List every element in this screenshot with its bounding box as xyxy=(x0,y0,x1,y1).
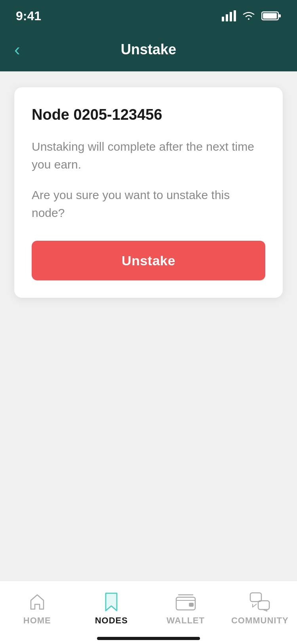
tab-community-label: COMMUNITY xyxy=(231,615,289,626)
status-icons xyxy=(222,10,281,21)
svg-rect-2 xyxy=(230,12,232,21)
tab-home[interactable]: HOME xyxy=(0,592,74,626)
header: ‹ Unstake xyxy=(0,32,297,71)
community-icon xyxy=(249,592,270,612)
svg-rect-8 xyxy=(189,603,194,607)
wifi-icon xyxy=(242,10,256,21)
battery-icon xyxy=(261,11,281,21)
tab-nodes[interactable]: NODES xyxy=(74,592,149,626)
unstake-button[interactable]: Unstake xyxy=(32,241,265,280)
tab-bar: HOME NODES WALLET xyxy=(0,581,297,644)
header-title: Unstake xyxy=(121,41,176,58)
svg-rect-5 xyxy=(279,14,281,17)
tab-nodes-label: NODES xyxy=(95,615,128,626)
tab-wallet[interactable]: WALLET xyxy=(148,592,223,626)
svg-rect-9 xyxy=(250,593,261,602)
status-time: 9:41 xyxy=(16,9,41,23)
svg-rect-6 xyxy=(263,13,277,19)
card-description: Unstaking will complete after the next t… xyxy=(32,138,265,173)
tab-community[interactable]: COMMUNITY xyxy=(223,592,297,626)
signal-icon xyxy=(222,10,236,21)
home-icon xyxy=(27,592,48,612)
tab-home-label: HOME xyxy=(23,615,51,626)
svg-rect-10 xyxy=(258,601,269,610)
status-bar: 9:41 xyxy=(0,0,297,32)
nodes-icon xyxy=(101,592,122,612)
node-title: Node 0205-123456 xyxy=(32,106,265,123)
home-indicator xyxy=(97,637,200,640)
tab-wallet-label: WALLET xyxy=(167,615,205,626)
svg-rect-1 xyxy=(226,14,228,21)
unstake-card: Node 0205-123456 Unstaking will complete… xyxy=(14,87,283,298)
main-content: Node 0205-123456 Unstaking will complete… xyxy=(0,71,297,581)
svg-rect-0 xyxy=(222,17,224,21)
card-question: Are you sure you want to unstake this no… xyxy=(32,186,265,222)
wallet-icon xyxy=(175,592,196,612)
svg-rect-3 xyxy=(234,10,236,21)
back-button[interactable]: ‹ xyxy=(14,41,20,58)
